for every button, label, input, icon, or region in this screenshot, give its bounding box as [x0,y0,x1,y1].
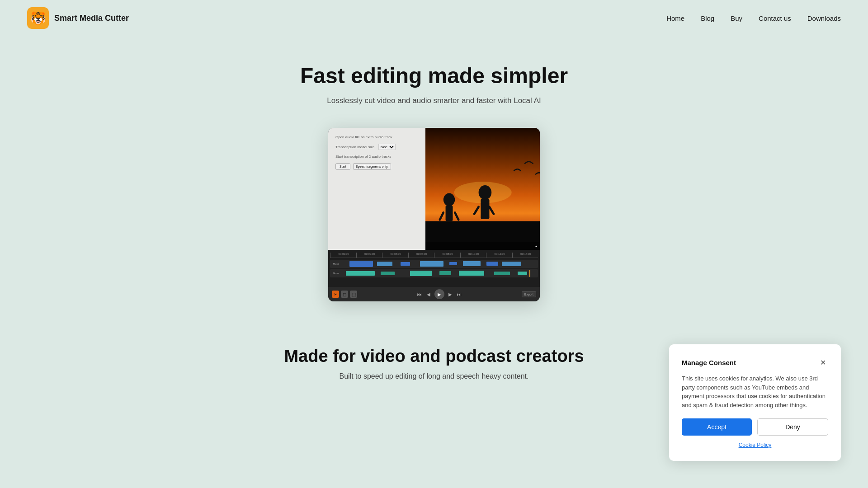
ruler-2: 00:04:00 [382,253,408,258]
hero-headline: Fast editing made simpler [9,63,859,88]
video-timestamp: ● [535,244,537,248]
hero-subheadline: Losslessly cut video and audio smarter a… [9,96,859,105]
site-name: Smart Media Cutter [54,14,129,23]
deny-button[interactable]: Deny [757,418,828,436]
ruler-1: 00:02:00 [356,253,382,258]
nav-buy[interactable]: Buy [731,14,742,22]
app-left-panel: Open audio file as extra audio track Tra… [328,128,425,250]
panel-label-model: Transcription model size: [335,145,376,149]
play-pause-button[interactable]: ▶ [434,289,444,299]
ruler-4: 00:08:00 [434,253,460,258]
panel-row-2: Transcription model size: base [335,144,418,150]
cookie-header: Manage Consent ✕ [682,357,828,368]
step-forward-button[interactable]: ▶ [447,291,453,297]
timeline-ruler: 00:00:00 00:02:00 00:04:00 00:06:00 00:0… [330,253,538,258]
controls-icons-left: ✂ ◻ ⬚ [332,291,357,298]
panel-row-4: Start Speech segments only. [335,163,418,170]
skip-start-button[interactable]: ⏮ [416,291,423,297]
ruler-6: 00:12:00 [486,253,512,258]
nav-downloads[interactable]: Downloads [807,14,841,22]
logo-icon: 🐯 [27,7,49,29]
timeline-tracks: Mute Mute [330,260,538,277]
app-top-area: Open audio file as extra audio track Tra… [328,128,540,250]
track-1: Mute [330,260,538,268]
video-preview [425,128,540,250]
panel-text-1: Open audio file as extra audio track [335,135,392,139]
tool-icon-1[interactable]: ✂ [332,291,339,298]
panel-row-3: Start transcription of 2 audio tracks [335,155,418,159]
skip-end-button[interactable]: ⏭ [456,291,462,297]
ruler-5: 00:10:00 [460,253,486,258]
ruler-3: 00:06:00 [408,253,434,258]
svg-point-3 [443,193,455,206]
app-video-panel: ● [425,128,540,250]
app-timeline: 00:00:00 00:02:00 00:04:00 00:06:00 00:0… [328,250,540,287]
app-screenshot: Open audio file as extra audio track Tra… [328,128,540,301]
panel-row-1: Open audio file as extra audio track [335,135,418,139]
track-2-content [342,269,537,277]
cookie-title: Manage Consent [682,359,736,366]
cookie-consent-dialog: Manage Consent ✕ This site uses cookies … [669,344,841,461]
svg-rect-8 [481,199,490,219]
speech-segments-button[interactable]: Speech segments only. [353,163,391,170]
svg-point-7 [479,185,492,200]
video-time-bar: ● [425,242,540,250]
main-nav: Home Blog Buy Contact us Downloads [666,14,841,22]
cookie-action-buttons: Accept Deny [682,418,828,436]
track-1-label: Mute [331,263,341,265]
nav-blog[interactable]: Blog [701,14,714,22]
hero-section: Fast editing made simpler Losslessly cut… [0,36,868,319]
app-controls-bar: ✂ ◻ ⬚ ⏮ ◀ ▶ ▶ ⏭ Export [328,287,540,301]
track-1-content [342,260,537,268]
header: 🐯 Smart Media Cutter Home Blog Buy Conta… [0,0,868,36]
nav-contact[interactable]: Contact us [759,14,791,22]
video-svg [425,128,540,250]
export-button[interactable]: Export [522,291,536,297]
controls-playback: ⏮ ◀ ▶ ▶ ⏭ [416,289,462,299]
ruler-7: 00:14:00 [512,253,538,258]
svg-rect-4 [446,206,453,221]
cookie-body-text: This site uses cookies for analytics. We… [682,374,828,409]
nav-home[interactable]: Home [666,14,684,22]
accept-button[interactable]: Accept [682,418,752,436]
model-size-select[interactable]: base [378,144,396,150]
ruler-0: 00:00:00 [330,253,356,258]
start-button[interactable]: Start [335,163,350,170]
cookie-close-button[interactable]: ✕ [817,357,828,368]
panel-text-3: Start transcription of 2 audio tracks [335,155,392,159]
cookie-policy-link[interactable]: Cookie Policy [682,442,828,448]
step-back-button[interactable]: ◀ [425,291,432,297]
track-2: Mute [330,269,538,277]
tool-icon-2[interactable]: ◻ [341,291,348,298]
track-2-label: Mute [331,272,341,275]
logo-area: 🐯 Smart Media Cutter [27,7,129,29]
tool-icon-3[interactable]: ⬚ [350,291,357,298]
